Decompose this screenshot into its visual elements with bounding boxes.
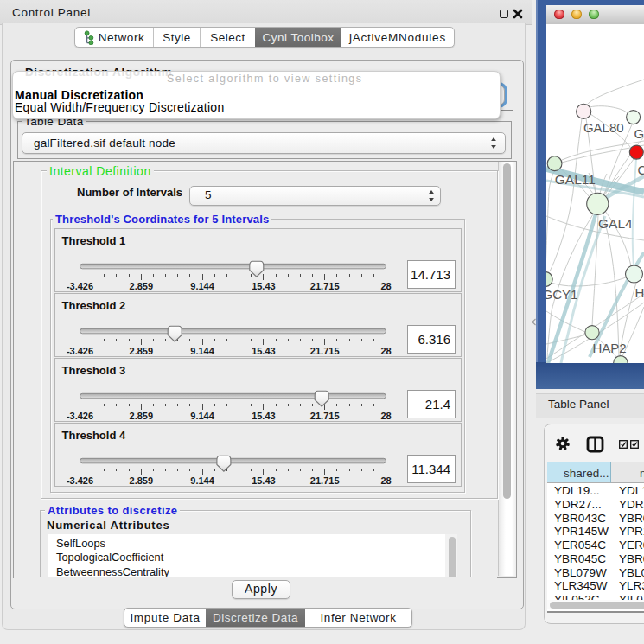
- svg-text:28: 28: [380, 411, 391, 421]
- svg-text:21.715: 21.715: [309, 281, 339, 291]
- svg-text:C: C: [638, 163, 644, 177]
- svg-text:9.144: 9.144: [190, 411, 214, 421]
- svg-text:15.43: 15.43: [252, 346, 276, 356]
- svg-text:-3.426: -3.426: [66, 475, 92, 486]
- svg-text:9.144: 9.144: [190, 475, 214, 486]
- svg-text:2.859: 2.859: [129, 475, 153, 486]
- svg-text:GAL4: GAL4: [598, 216, 633, 231]
- svg-text:-3.426: -3.426: [66, 281, 92, 291]
- svg-text:H: H: [635, 285, 644, 300]
- svg-text:15.43: 15.43: [252, 281, 276, 291]
- svg-text:21.715: 21.715: [309, 411, 339, 421]
- svg-text:GAL11: GAL11: [555, 172, 596, 187]
- svg-text:-3.426: -3.426: [66, 411, 92, 421]
- svg-text:GAL80: GAL80: [583, 120, 624, 135]
- svg-text:28: 28: [380, 475, 391, 486]
- svg-text:GA: GA: [634, 126, 644, 141]
- svg-text:21.715: 21.715: [309, 475, 339, 486]
- svg-text:GCY1: GCY1: [546, 287, 577, 302]
- svg-text:9.144: 9.144: [190, 281, 214, 291]
- svg-text:28: 28: [380, 346, 391, 356]
- svg-text:15.43: 15.43: [252, 475, 276, 486]
- svg-text:2.859: 2.859: [129, 281, 153, 291]
- svg-text:9.144: 9.144: [190, 346, 214, 356]
- svg-text:2.859: 2.859: [129, 346, 153, 356]
- svg-text:15.43: 15.43: [252, 411, 276, 421]
- svg-text:-3.426: -3.426: [66, 346, 92, 356]
- svg-text:HAP2: HAP2: [593, 341, 627, 355]
- svg-text:2.859: 2.859: [129, 411, 153, 421]
- svg-text:28: 28: [380, 281, 391, 291]
- svg-text:21.715: 21.715: [309, 346, 339, 356]
